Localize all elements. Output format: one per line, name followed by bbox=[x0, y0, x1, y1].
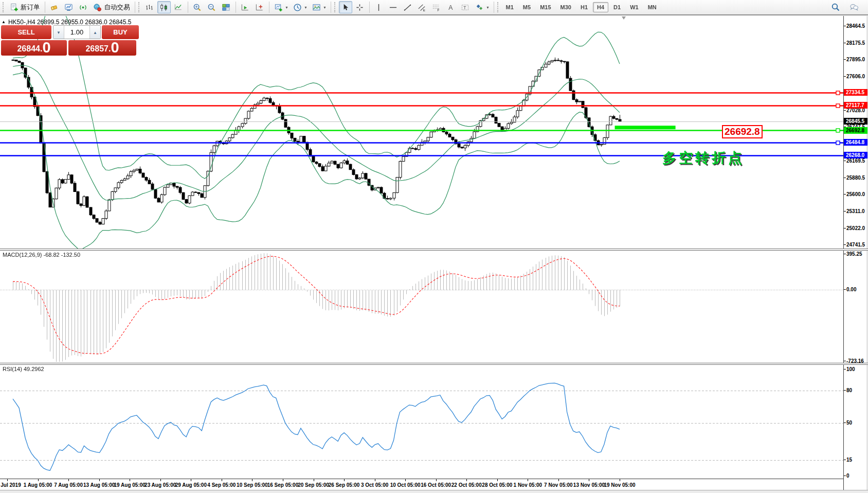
rsi-axis-tick: 15 bbox=[846, 457, 852, 463]
volume-increase-button[interactable]: ▴ bbox=[89, 26, 100, 39]
dropdown-caret-icon[interactable]: ▾ bbox=[487, 5, 489, 10]
dropdown-caret-icon[interactable]: ▾ bbox=[286, 5, 288, 10]
zoom-in-button[interactable] bbox=[191, 1, 204, 13]
price-axis-tick: 28175.5 bbox=[846, 40, 865, 46]
cursor-button[interactable] bbox=[339, 1, 352, 13]
autotrading-button[interactable]: 自动交易 bbox=[91, 1, 132, 13]
time-axis-label: 10 Oct 05:00 bbox=[390, 482, 421, 488]
crosshair-icon bbox=[355, 3, 365, 12]
search-button[interactable] bbox=[829, 1, 842, 13]
chart-shift-button[interactable] bbox=[253, 1, 266, 13]
shapes-button[interactable]: ▾ bbox=[473, 1, 491, 13]
time-axis-tickmark bbox=[375, 479, 375, 481]
rsi-indicator-label: RSI(14) 49.2962 bbox=[3, 366, 44, 372]
candlestick-mode-button[interactable] bbox=[157, 1, 171, 13]
zoom-out-icon bbox=[207, 3, 216, 12]
vertical-line-button[interactable] bbox=[372, 1, 386, 13]
auto-scroll-icon bbox=[241, 3, 250, 12]
macd-panel-canvas[interactable] bbox=[0, 251, 843, 363]
time-axis-label: 10 Sep 05:00 bbox=[237, 482, 268, 488]
sell-button[interactable]: SELL bbox=[1, 25, 51, 39]
bid-price-pip: 0 bbox=[42, 41, 50, 55]
toolbar-grip[interactable] bbox=[334, 2, 336, 12]
trendline-button[interactable] bbox=[401, 1, 414, 13]
dropdown-caret-icon[interactable]: ▾ bbox=[305, 5, 307, 10]
time-axis-tickmark bbox=[252, 479, 252, 481]
timeframe-m30-button[interactable]: M30 bbox=[556, 2, 575, 12]
bar-chart-icon bbox=[145, 3, 154, 12]
eraser-button[interactable] bbox=[48, 1, 61, 13]
bar-chart-mode-button[interactable] bbox=[143, 1, 156, 13]
time-axis-label: 16 Oct 05:00 bbox=[421, 482, 451, 488]
toolbar-separator bbox=[369, 2, 370, 13]
price-tag-27117.7: 27117.7 bbox=[844, 102, 867, 109]
time-axis: 26 Jul 20191 Aug 05:007 Aug 05:0013 Aug … bbox=[0, 479, 843, 490]
dropdown-caret-icon[interactable]: ▾ bbox=[324, 5, 326, 10]
timeframe-w1-button[interactable]: W1 bbox=[626, 2, 643, 12]
price-axis: 28464.528175.527895.027606.027317.027028… bbox=[843, 16, 866, 490]
rsi-panel-canvas[interactable] bbox=[0, 365, 843, 479]
timeframe-m5-button[interactable]: M5 bbox=[519, 2, 535, 12]
time-axis-label: 22 Oct 05:00 bbox=[451, 482, 482, 488]
volume-input[interactable] bbox=[64, 26, 89, 39]
time-axis-tickmark bbox=[620, 479, 620, 481]
tile-windows-button[interactable] bbox=[220, 1, 233, 13]
new-order-label: 新订单 bbox=[21, 3, 40, 12]
templates-button[interactable]: ▾ bbox=[310, 1, 328, 13]
price-axis-tick: 26169.5 bbox=[846, 158, 865, 164]
zoom-out-button[interactable] bbox=[205, 1, 219, 13]
rsi-axis-tick: 80 bbox=[846, 388, 852, 394]
price-tag-27334.5: 27334.5 bbox=[844, 89, 867, 96]
terminal-button[interactable] bbox=[62, 1, 76, 13]
toolbar-separator bbox=[236, 2, 236, 13]
toolbar-grip[interactable] bbox=[138, 2, 140, 12]
channel-icon: E bbox=[418, 3, 427, 12]
chart-title: ▲HK50-,H4 26899.5 26955.0 26836.0 26845.… bbox=[2, 19, 131, 26]
shapes-icon bbox=[475, 3, 484, 12]
buy-button[interactable]: BUY bbox=[102, 25, 139, 39]
ask-price-display[interactable]: 26857.0 bbox=[68, 40, 136, 56]
rsi-axis-tick: 0 bbox=[846, 473, 849, 479]
price-callout-box: 26692.8 bbox=[722, 125, 763, 138]
text-button[interactable]: A bbox=[444, 1, 458, 13]
bid-price-display[interactable]: 26844.0 bbox=[1, 40, 67, 56]
time-axis-label: 13 Aug 05:00 bbox=[83, 482, 115, 488]
ask-price-main: 26857. bbox=[85, 43, 111, 55]
new-chart-button[interactable]: ▾ bbox=[272, 1, 290, 13]
toolbar-grip[interactable] bbox=[497, 2, 499, 12]
vertical-line-icon bbox=[374, 3, 384, 12]
timeframe-h4-button[interactable]: H4 bbox=[593, 2, 608, 12]
timeframe-d1-button[interactable]: D1 bbox=[609, 2, 625, 12]
time-axis-label: 7 Nov 05:00 bbox=[544, 482, 573, 488]
time-axis-label: 3 Oct 05:00 bbox=[361, 482, 388, 488]
signal-button[interactable] bbox=[77, 1, 90, 13]
text-label-button[interactable]: T bbox=[459, 1, 472, 13]
equidistant-channel-button[interactable]: E bbox=[415, 1, 429, 13]
horizontal-line-button[interactable] bbox=[387, 1, 400, 13]
chart-shift-marker-icon[interactable] bbox=[622, 16, 626, 20]
periods-button[interactable]: ▾ bbox=[291, 1, 309, 13]
horizontal-line-icon bbox=[389, 3, 398, 12]
symbol-ohlc-text: HK50-,H4 26899.5 26955.0 26836.0 26845.5 bbox=[8, 19, 132, 26]
timeframe-m1-button[interactable]: M1 bbox=[502, 2, 518, 12]
mt4-window: { "toolbar": { "groups": [ {"grip": true… bbox=[0, 0, 868, 493]
price-axis-tick: 27606.0 bbox=[846, 74, 865, 80]
rsi-panel-divider[interactable] bbox=[0, 363, 868, 365]
bid-price-main: 26844. bbox=[17, 43, 42, 55]
time-axis-label: 19 Nov 05:00 bbox=[604, 482, 635, 488]
line-chart-mode-button[interactable] bbox=[172, 1, 185, 13]
timeframe-h1-button[interactable]: H1 bbox=[576, 2, 592, 12]
timeframe-mn-button[interactable]: MN bbox=[644, 2, 661, 12]
auto-scroll-button[interactable] bbox=[239, 1, 252, 13]
chat-button[interactable] bbox=[847, 1, 861, 13]
timeframe-m15-button[interactable]: M15 bbox=[536, 2, 555, 12]
time-axis-label: 28 Oct 05:00 bbox=[482, 482, 512, 488]
crosshair-button[interactable] bbox=[353, 1, 367, 13]
fibonacci-button[interactable]: F bbox=[430, 1, 443, 13]
volume-decrease-button[interactable]: ▾ bbox=[53, 26, 64, 39]
macd-panel-divider[interactable] bbox=[0, 249, 868, 251]
rsi-axis-tick: 50 bbox=[846, 420, 852, 426]
new-order-button[interactable]: 新订单 bbox=[7, 1, 42, 13]
toolbar-grip[interactable] bbox=[3, 2, 5, 12]
cursor-icon bbox=[341, 3, 350, 12]
